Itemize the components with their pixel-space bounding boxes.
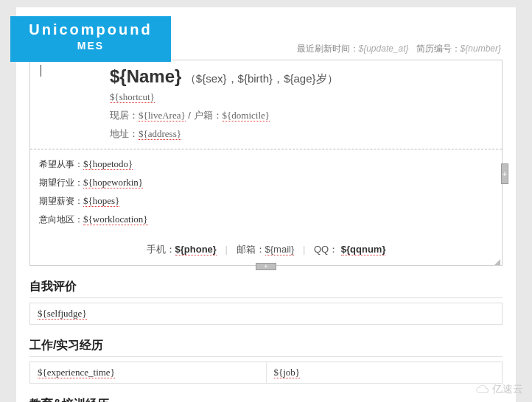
live-row: 现居：${liveArea} / 户籍：${domicile} (110, 108, 493, 124)
shortcut-row: ${shortcut} (110, 90, 493, 105)
hopeworkin-row: 期望行业：${hopeworkin} (39, 174, 493, 192)
address-row: 地址：${address} (110, 127, 493, 142)
refresh-label: 最近刷新时间： (297, 43, 359, 54)
qq-value: ${qqnum} (341, 244, 386, 255)
name-line: ${Name} （${sex}，${birth}，${age}岁） (110, 66, 493, 87)
separator: | (303, 244, 305, 255)
qq-label: QQ： (314, 244, 338, 255)
cloud-icon (476, 384, 489, 395)
expand-right-handle[interactable]: + (501, 163, 508, 184)
selfjudge-row[interactable]: ${selfjudge} (29, 303, 503, 325)
hopes-row: 期望薪资：${hopes} (39, 192, 493, 211)
phone-value: ${phone} (175, 244, 217, 255)
refresh-value: ${update_at} (359, 43, 409, 54)
name-sub: （${sex}，${birth}，${age}岁） (185, 72, 338, 85)
expand-bottom-handle[interactable]: + (256, 263, 276, 270)
section-title-selfjudge: 自我评价 (29, 279, 503, 298)
experience-time-cell: ${experience_time} (30, 362, 267, 383)
text-cursor (41, 65, 41, 77)
work-row[interactable]: ${experience_time} ${job} (29, 362, 503, 384)
info-block: ${Name} （${sex}，${birth}，${age}岁） ${shor… (101, 60, 502, 149)
section-title-work: 工作/实习经历 (29, 338, 503, 357)
name-field: ${Name} (110, 66, 181, 86)
contact-bar: 手机：${phone} | 邮箱：${mail} | QQ： ${qqnum} (30, 236, 502, 265)
mail-value: ${mail} (265, 244, 295, 255)
brand-line1: Unicompound (10, 21, 171, 38)
resize-corner-icon[interactable] (494, 259, 500, 265)
watermark: 亿速云 (476, 383, 523, 396)
hopetodo-row: 希望从事：${hopetodo} (39, 155, 493, 174)
resume-no-label: 简历编号： (416, 43, 461, 54)
profile-box[interactable]: ${Name} （${sex}，${birth}，${age}岁） ${shor… (29, 60, 503, 266)
phone-label: 手机： (147, 244, 175, 255)
mail-label: 邮箱： (237, 244, 265, 255)
separator: | (225, 244, 228, 255)
preferences-block: 希望从事：${hopetodo} 期望行业：${hopeworkin} 期望薪资… (30, 149, 502, 236)
brand-logo: Unicompound MES (10, 16, 171, 62)
resume-no-value: ${number} (461, 43, 501, 54)
section-title-edu: 教育&培训经历 (29, 397, 503, 402)
page: 最近刷新时间：${update_at} 简历编号：${number} ${Nam… (16, 7, 516, 402)
selfjudge-cell: ${selfjudge} (30, 303, 502, 324)
photo-slot[interactable] (30, 60, 101, 149)
profile-top: ${Name} （${sex}，${birth}，${age}岁） ${shor… (30, 60, 502, 149)
job-cell: ${job} (267, 362, 503, 383)
watermark-text: 亿速云 (492, 383, 523, 396)
worklocation-row: 意向地区：${worklocation} (39, 211, 493, 229)
brand-line2: MES (10, 40, 171, 52)
